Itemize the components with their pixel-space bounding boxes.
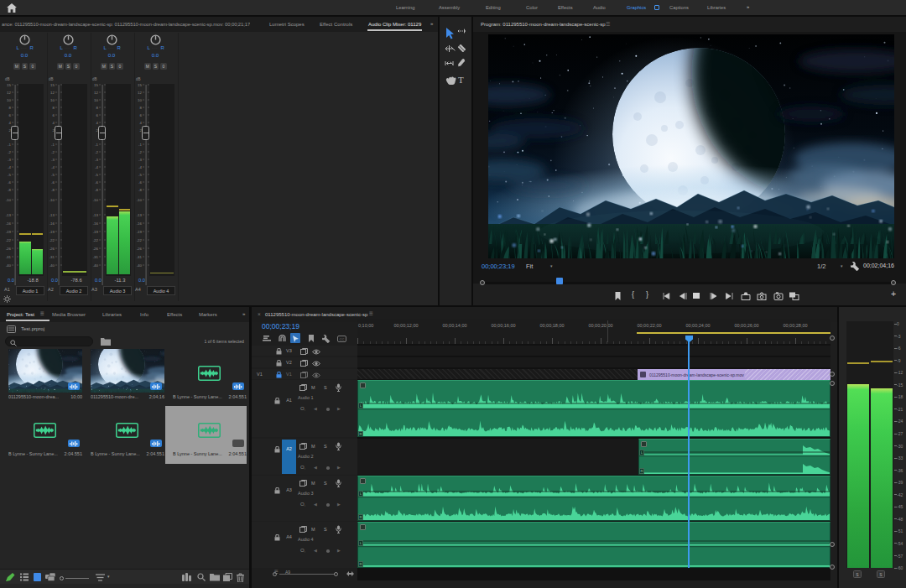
svg-text:T: T xyxy=(458,75,464,85)
